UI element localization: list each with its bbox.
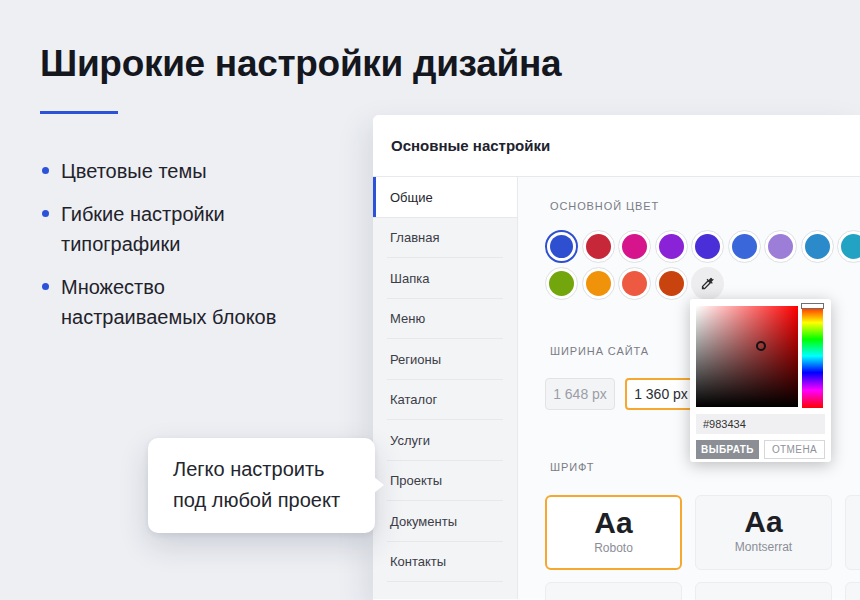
- color-swatch[interactable]: [801, 230, 834, 263]
- callout-tooltip: Легко настроить под любой проект: [148, 438, 375, 533]
- color-swatch[interactable]: [764, 230, 797, 263]
- font-card-partial[interactable]: [845, 582, 860, 600]
- active-tab-indicator: [373, 177, 376, 218]
- swatch-fill: [659, 234, 684, 259]
- feature-list: Цветовые темы Гибкие настройки типографи…: [40, 156, 299, 345]
- sidebar-item-label: Каталог: [390, 392, 437, 407]
- font-card-partial[interactable]: [695, 582, 832, 600]
- font-card-roboto-selected[interactable]: Aa Roboto: [545, 495, 682, 570]
- sidebar-item-label: Проекты: [390, 473, 442, 488]
- font-card-partial[interactable]: [545, 582, 682, 600]
- sidebar-item-shapka[interactable]: Шапка: [373, 258, 517, 299]
- sidebar-item-regiony[interactable]: Регионы: [373, 339, 517, 380]
- page: Широкие настройки дизайна Цветовые темы …: [0, 0, 860, 600]
- color-swatch[interactable]: [691, 230, 724, 263]
- sidebar-item-dokumenty[interactable]: Документы: [373, 501, 517, 542]
- color-swatch-selected[interactable]: [545, 230, 578, 263]
- settings-sidebar: Общие Главная Шапка Меню Регионы Каталог: [373, 177, 517, 599]
- list-item-text: Множество настраиваемых блоков: [61, 276, 276, 328]
- swatch-fill: [586, 271, 611, 296]
- bullet-icon: [42, 283, 49, 290]
- site-width-option-1648[interactable]: 1 648 px: [545, 378, 615, 410]
- sidebar-item-proekty[interactable]: Проекты: [373, 461, 517, 502]
- font-card-montserrat[interactable]: Aa Montserrat: [695, 495, 832, 570]
- swatch-fill: [549, 271, 574, 296]
- select-color-button[interactable]: ВЫБРАТЬ: [696, 440, 759, 459]
- bullet-icon: [42, 167, 49, 174]
- eyedropper-icon: [700, 276, 715, 291]
- font-sample: Aa: [547, 506, 680, 540]
- color-swatch[interactable]: [545, 267, 578, 300]
- swatch-fill: [695, 234, 720, 259]
- swatch-fill: [805, 234, 830, 259]
- sidebar-item-label: Главная: [390, 230, 439, 245]
- panel-header: Основные настройки: [373, 115, 860, 177]
- settings-panel: Основные настройки Общие Главная Шапка М…: [373, 115, 860, 600]
- sidebar-item-katalog[interactable]: Каталог: [373, 380, 517, 421]
- sidebar-item-label: Регионы: [390, 352, 441, 367]
- cancel-button[interactable]: ОТМЕНА: [764, 440, 825, 459]
- color-swatch[interactable]: [618, 230, 651, 263]
- swatch-fill: [550, 235, 573, 258]
- hue-slider[interactable]: [802, 304, 823, 408]
- width-value: 1 360 px: [634, 386, 688, 402]
- site-width-label: ШИРИНА САЙТА: [550, 345, 649, 357]
- sidebar-item-label: Услуги: [390, 433, 430, 448]
- sidebar-item-obschie[interactable]: Общие: [373, 177, 517, 218]
- saturation-cursor[interactable]: [756, 341, 766, 351]
- list-item-text: Цветовые темы: [61, 160, 207, 182]
- bullet-icon: [42, 210, 49, 217]
- list-item-text: Гибкие настройки типографики: [61, 203, 225, 255]
- sidebar-item-label: Документы: [390, 514, 457, 529]
- swatch-fill: [732, 234, 757, 259]
- swatch-fill: [622, 271, 647, 296]
- color-swatch-row-1: [545, 230, 860, 263]
- swatch-fill: [659, 271, 684, 296]
- picker-buttons: ВЫБРАТЬ ОТМЕНА: [696, 440, 825, 459]
- swatch-fill: [622, 234, 647, 259]
- font-sample: Aa: [696, 505, 831, 539]
- color-swatch[interactable]: [655, 267, 688, 300]
- callout-line2: под любой проект: [173, 485, 375, 516]
- sidebar-item-kontakty[interactable]: Контакты: [373, 542, 517, 583]
- color-swatch[interactable]: [837, 230, 860, 263]
- callout-arrow: [374, 477, 384, 493]
- saturation-gradient-area[interactable]: [696, 306, 798, 407]
- color-swatch-row-2: [545, 267, 724, 300]
- panel-title: Основные настройки: [391, 137, 550, 154]
- page-title: Широкие настройки дизайна: [40, 40, 561, 88]
- title-underline: [40, 111, 118, 114]
- font-name: Montserrat: [696, 540, 831, 554]
- sidebar-item-label: Контакты: [390, 554, 446, 569]
- width-value: 1 648 px: [553, 386, 607, 402]
- color-swatch[interactable]: [582, 267, 615, 300]
- sidebar-item-glavnaya[interactable]: Главная: [373, 218, 517, 259]
- swatch-fill: [768, 234, 793, 259]
- font-label: ШРИФТ: [550, 461, 594, 473]
- list-item: Множество настраиваемых блоков: [40, 272, 299, 332]
- sidebar-item-uslugi[interactable]: Услуги: [373, 420, 517, 461]
- primary-color-label: ОСНОВНОЙ ЦВЕТ: [550, 200, 659, 212]
- list-item: Цветовые темы: [40, 156, 299, 186]
- font-card-partial[interactable]: [845, 495, 860, 570]
- swatch-fill: [586, 234, 611, 259]
- list-item: Гибкие настройки типографики: [40, 199, 299, 259]
- site-width-option-1360-selected[interactable]: 1 360 px: [625, 378, 697, 410]
- sidebar-item-menu[interactable]: Меню: [373, 299, 517, 340]
- swatch-fill: [841, 234, 860, 259]
- color-swatch[interactable]: [728, 230, 761, 263]
- color-swatch[interactable]: [655, 230, 688, 263]
- hue-slider-handle[interactable]: [801, 303, 824, 309]
- sidebar-item-label: Общие: [390, 190, 433, 205]
- font-name: Roboto: [547, 541, 680, 555]
- sidebar-item-label: Меню: [390, 311, 425, 326]
- color-swatch[interactable]: [618, 267, 651, 300]
- hex-value-field[interactable]: #983434: [696, 414, 825, 434]
- callout-line1: Легко настроить: [173, 454, 375, 485]
- eyedropper-button[interactable]: [691, 267, 724, 300]
- color-picker-popup: #983434 ВЫБРАТЬ ОТМЕНА: [690, 299, 831, 462]
- color-swatch[interactable]: [582, 230, 615, 263]
- sidebar-item-label: Шапка: [390, 271, 429, 286]
